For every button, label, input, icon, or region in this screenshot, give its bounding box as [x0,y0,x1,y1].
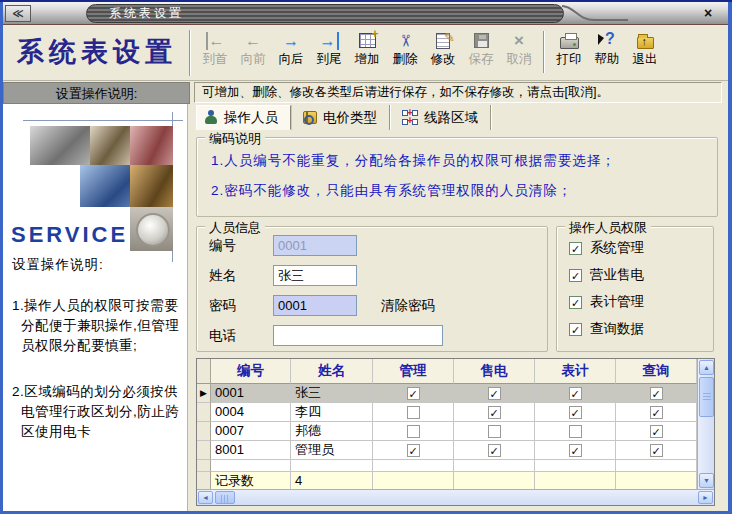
table-row[interactable]: 0007 邦德 ✓ [197,422,714,441]
checkbox[interactable] [407,406,420,419]
column-header-id[interactable]: 编号 [211,359,291,384]
add-button[interactable]: 增加 [348,29,386,66]
checkbox[interactable]: ✓ [407,444,420,457]
checkbox[interactable] [569,425,582,438]
horizontal-scroll-thumb[interactable] [215,491,235,504]
window-border-top [0,0,732,2]
checkbox[interactable]: ✓ [488,444,501,457]
collage-image-pocket-watch [130,207,173,251]
help-button[interactable]: 帮助 [588,29,626,66]
collage-image-clips [130,126,173,165]
vertical-scroll-thumb[interactable] [699,377,714,417]
checkbox[interactable] [407,425,420,438]
first-record-icon: ← [206,32,225,50]
current-row-arrow-icon [197,384,210,402]
checkbox[interactable]: ✓ [650,444,663,457]
window-border-left [0,2,3,514]
checkbox[interactable]: ✓ [650,406,663,419]
tab-operators[interactable]: 操作人员 [196,105,291,130]
permission-system[interactable]: ✓ 系统管理 [569,239,644,257]
title-bar[interactable]: 系统表设置 × [0,2,732,25]
collage-image-tools [30,126,90,165]
add-record-icon [359,33,376,48]
checkbox[interactable]: ✓ [650,425,663,438]
table-empty-row [197,460,714,472]
clear-password-label[interactable]: 清除密码 [381,297,435,315]
print-button[interactable]: 打印 [550,29,588,66]
checkbox[interactable]: ✓ [569,323,582,336]
close-icon[interactable]: × [698,4,718,23]
collage-line [23,120,183,121]
vertical-scrollbar[interactable]: ▲ ▼ [697,359,714,489]
checkbox[interactable]: ✓ [569,269,582,282]
tab-price-types[interactable]: 电价类型 [295,105,390,130]
nav-first-button[interactable]: ← 到首 [196,29,234,66]
toolbar-separator [543,31,545,73]
nav-last-button[interactable]: → 到尾 [310,29,348,66]
scissors-delete-icon [397,34,413,47]
operators-table: 编号 姓名 管理 售电 表计 查询 0001 张三 ✓ ✓ ✓ ✓ 0004 李… [196,358,715,506]
cancel-button[interactable]: 取消 [500,29,538,66]
id-label: 编号 [209,237,236,255]
scroll-left-icon[interactable]: ◄ [198,491,213,504]
checkbox[interactable]: ✓ [569,444,582,457]
coding-note-line: 2.密码不能修改，只能由具有系统管理权限的人员清除； [211,182,572,200]
header-band: 系统表设置 ← 到首 ← 向前 → 向后 → 到尾 增加 [3,26,728,81]
service-label: SERVICE [11,222,128,248]
permission-query[interactable]: ✓ 查询数据 [569,320,644,338]
permission-sales[interactable]: ✓ 营业售电 [569,266,644,284]
password-label: 密码 [209,297,236,315]
sidebar-notes: 设置操作说明: 1.操作人员的权限可按需要分配便于兼职操作,但管理员权限分配要慎… [12,256,184,468]
checkbox[interactable]: ✓ [569,406,582,419]
last-record-icon: → [320,32,339,50]
toolbar: ← 到首 ← 向前 → 向后 → 到尾 增加 删除 [196,29,664,79]
header-divider [189,30,191,76]
modify-button[interactable]: 修改 [424,29,462,66]
app-logo-icon [5,5,31,22]
delete-button[interactable]: 删除 [386,29,424,66]
horizontal-scrollbar[interactable]: ◄ ► [197,489,714,505]
note-paragraph: 1.操作人员的权限可按需要分配便于兼职操作,但管理员权限分配要慎重; [12,296,184,356]
name-label: 姓名 [209,267,236,285]
table-row[interactable]: 0001 张三 ✓ ✓ ✓ ✓ [197,384,714,403]
exit-button[interactable]: 退出 [626,29,664,66]
group-title: 人员信息 [205,219,265,237]
scroll-down-icon[interactable]: ▼ [699,473,714,488]
nav-next-button[interactable]: → 向后 [272,29,310,66]
checkbox[interactable]: ✓ [650,387,663,400]
column-header-query[interactable]: 查询 [616,359,697,384]
column-header-name[interactable]: 姓名 [291,359,373,384]
table-row[interactable]: 0004 李四 ✓ ✓ ✓ [197,403,714,422]
column-header-sell[interactable]: 售电 [454,359,535,384]
sidebar-panel: SERVICE 设置操作说明: 1.操作人员的权限可按需要分配便于兼职操作,但管… [3,104,188,511]
checkbox[interactable]: ✓ [569,242,582,255]
hint-bar: 可增加、删除、修改各类型后请进行保存，如不保存修改，请点击[取消]。 [194,82,722,103]
tab-label: 操作人员 [224,109,278,127]
column-header-manage[interactable]: 管理 [373,359,454,384]
group-title: 编码说明 [205,130,265,148]
scroll-up-icon[interactable]: ▲ [699,360,714,375]
checkbox[interactable] [488,425,501,438]
checkbox[interactable]: ✓ [569,296,582,309]
next-record-icon: → [283,32,299,50]
checkbox[interactable]: ✓ [488,406,501,419]
floppy-save-icon [474,33,489,48]
permissions-group: 操作人员权限 ✓ 系统管理 ✓ 营业售电 ✓ 表计管理 ✓ 查询数据 [556,226,714,352]
cancel-x-icon [514,32,524,49]
save-button[interactable]: 保存 [462,29,500,66]
checkbox[interactable]: ✓ [569,387,582,400]
scroll-right-icon[interactable]: ► [698,491,713,504]
phone-field[interactable] [273,325,443,346]
name-field[interactable] [273,265,357,286]
permission-meter[interactable]: ✓ 表计管理 [569,293,644,311]
tab-line-regions[interactable]: 线路区域 [394,105,491,130]
person-info-group: 人员信息 编号 姓名 密码 清除密码 电话 [196,226,548,352]
checkbox[interactable]: ✓ [407,387,420,400]
column-header-meter[interactable]: 表计 [535,359,616,384]
page-title: 系统表设置 [17,34,177,70]
region-diagram-icon [402,110,418,125]
table-row[interactable]: 8001 管理员 ✓ ✓ ✓ ✓ [197,441,714,460]
checkbox[interactable]: ✓ [488,387,501,400]
password-field[interactable] [273,295,357,316]
nav-prev-button[interactable]: ← 向前 [234,29,272,66]
